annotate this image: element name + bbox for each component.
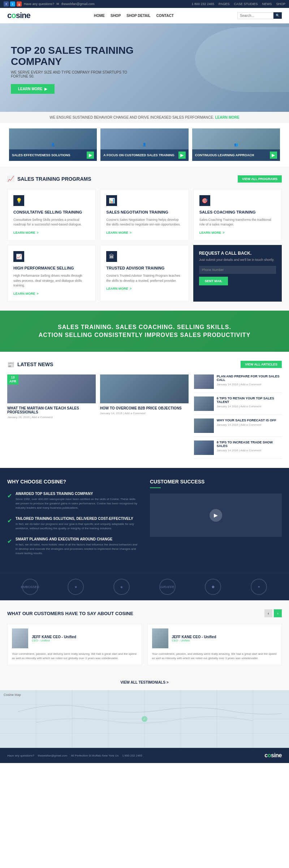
why-section: WHY CHOOSE COSINE? ✔ AWARDED TOP SALES T…: [0, 468, 289, 573]
top-bar: f t g Have any questions? ✉ thewebfan@gm…: [0, 0, 289, 8]
request-title: REQUEST A CALL BACK.: [199, 251, 276, 256]
testimonial-author-0: JEFF KANE CEO - Unified CEO - Unified: [12, 628, 137, 648]
badge-circle-2: ◈: [113, 579, 130, 595]
testimonial-1: JEFF KANE CEO - Unified CEO - Unified Yo…: [147, 624, 282, 665]
author-name-0: JEFF KANE CEO - Unified: [32, 635, 76, 639]
author-info-0: JEFF KANE CEO - Unified CEO - Unified: [32, 635, 76, 642]
sidebar-content-2: WHY YOUR SALES FORECAST IS OFF January 1…: [217, 418, 276, 426]
sidebar-meta-0: January 14 2016 | Add a Comment: [217, 383, 282, 386]
send-mail-button[interactable]: SENT MAIL: [199, 277, 228, 285]
learn-more-2[interactable]: LEARN MORE >: [199, 231, 276, 234]
avatar-0: [12, 628, 28, 648]
why-item-content-1: TAILORED TRAINING SOLUTIONS, DELIVERED C…: [16, 517, 139, 531]
why-left: WHY CHOOSE COSINE? ✔ AWARDED TOP SALES T…: [7, 479, 139, 562]
nav-shop[interactable]: SHOP: [111, 14, 121, 18]
green-banner-text: SALES TRAINING. SALES COACHING. SELLING …: [7, 323, 282, 339]
logo[interactable]: cosine: [7, 11, 30, 20]
facebook-icon[interactable]: f: [4, 1, 9, 6]
testimonial-nav-arrows: ‹ ›: [264, 609, 282, 617]
pages-link[interactable]: PAGES: [219, 2, 229, 6]
sidebar-meta-2: January 14 2016 | Add a Comment: [217, 423, 276, 426]
testimonials-section: WHAT OUR CUSTOMERS HAVE TO SAY ABOUT COS…: [0, 600, 289, 674]
nav-shop-detail[interactable]: SHOP DETAIL: [126, 14, 150, 18]
twitter-icon[interactable]: t: [10, 1, 15, 6]
topbar-question: Have any questions?: [24, 2, 54, 6]
why-item-2: ✔ SMART PLANNING AND EXECUTION AROUND CH…: [7, 537, 139, 556]
nav-home[interactable]: HOME: [94, 14, 105, 18]
nav-contact[interactable]: CONTACT: [156, 14, 174, 18]
hero-section: TOP 20 SALES TRAINING COMPANY WE SERVE E…: [0, 23, 289, 112]
testimonial-text-1: Your commitment, passion, and delivery w…: [152, 652, 277, 661]
sidebar-title-1: 6 TIPS TO RETAIN YOUR TOP SALES TALENT: [217, 396, 282, 404]
view-all-programs-button[interactable]: VIEW ALL PROGRAMS: [238, 175, 282, 183]
learn-more-3[interactable]: LEARN MORE >: [13, 292, 90, 295]
program-card-3: 📈 HIGH PERFORMANCE SELLING High Performa…: [7, 245, 96, 302]
author-info-1: JEFF KANE CEO - Unified CEO - Unified: [172, 635, 216, 642]
feature-card-btn-2[interactable]: ▶: [270, 152, 277, 159]
news-main-cards: 13 APR WHAT THE MARTIAN CAN TEACH SALES …: [7, 374, 189, 420]
feature-card-overlay-1: A FOCUS ON CUSTOMIZED SALES TRAINING ▶: [100, 149, 188, 161]
top-bar-right: 1 800 232 2465 PAGES CASE STUDIES NEWS S…: [192, 2, 285, 6]
program-desc-0: Consultative Selling Skills provides a p…: [13, 218, 90, 227]
news-grid: 13 APR WHAT THE MARTIAN CAN TEACH SALES …: [7, 374, 282, 459]
footer-logo[interactable]: cosine: [264, 752, 282, 759]
testimonials-title: WHAT OUR CUSTOMERS HAVE TO SAY ABOUT COS…: [7, 611, 133, 616]
feature-card-0: 👤 SALES EFFECTIVENESS SOLUTIONS ▶: [9, 128, 97, 161]
news-meta-0: January 26, 2016 | Add a Comment: [7, 416, 96, 419]
view-all-testimonials-link[interactable]: VIEW ALL TESTIMONIALS >: [120, 680, 168, 684]
footer-link-3[interactable]: 1 800 232 2465: [122, 754, 142, 757]
hero-learn-more-button[interactable]: LEARN MORE ▶: [11, 84, 55, 94]
badge-1: ★: [68, 579, 84, 595]
shop-link[interactable]: SHOP: [276, 2, 285, 6]
sidebar-article-1: 6 TIPS TO RETAIN YOUR TOP SALES TALENT J…: [194, 396, 282, 415]
phone-input[interactable]: [199, 266, 276, 274]
program-icon-1: 📊: [106, 195, 117, 206]
tagline-link[interactable]: LEARN MORE: [215, 115, 239, 119]
googleplus-icon[interactable]: g: [17, 1, 22, 6]
sidebar-meta-3: January 14 2016 | Add a Comment: [217, 449, 282, 452]
sidebar-img-2: [194, 418, 214, 433]
feature-card-title-1: A FOCUS ON CUSTOMIZED SALES TRAINING: [103, 153, 174, 157]
topbar-email[interactable]: thewebfan@gmail.com: [61, 2, 95, 6]
footer-link-2[interactable]: 46 Perfection St Buffalo New York Us: [71, 754, 118, 757]
program-icon-3: 📈: [13, 251, 24, 262]
footer-link-1[interactable]: thewebfan@gmail.com: [38, 754, 68, 757]
author-name-1: JEFF KANE CEO - Unified: [172, 635, 216, 639]
news-icon: 📰: [7, 361, 14, 368]
check-icon-0: ✔: [7, 492, 12, 510]
why-title: WHY CHOOSE COSINE?: [7, 479, 139, 485]
feature-card-btn-0[interactable]: ▶: [87, 152, 94, 159]
sidebar-img-1: [194, 396, 214, 411]
check-icon-2: ✔: [7, 538, 12, 556]
learn-more-4[interactable]: LEARN MORE >: [106, 287, 182, 290]
testimonials-header: WHAT OUR CUSTOMERS HAVE TO SAY ABOUT COS…: [7, 609, 282, 617]
search-input[interactable]: [237, 12, 273, 19]
sidebar-article-0: PLAN AND PREPARE FOR YOUR SALES CALL Jan…: [194, 374, 282, 393]
search-button[interactable]: 🔍: [273, 12, 282, 19]
author-title-0: CEO - Unified: [32, 639, 76, 642]
nav-search[interactable]: 🔍: [237, 12, 282, 19]
badges-row: EMBOSSED ★ ◈ GIRAFFE ⬟ ✦: [0, 573, 289, 600]
program-card-0: 💡 CONSULTATIVE SELLING TRAINING Consulta…: [7, 189, 96, 241]
play-button[interactable]: ▶: [210, 509, 222, 522]
news-link[interactable]: NEWS: [262, 2, 272, 6]
sidebar-title-0: PLAN AND PREPARE FOR YOUR SALES CALL: [217, 374, 282, 382]
program-title-1: SALES NEGOTIATION TRAINING: [106, 210, 182, 215]
footer-link-0[interactable]: Have any questions?: [7, 754, 34, 757]
video-box[interactable]: ▶: [150, 494, 282, 537]
view-all-testimonials: VIEW ALL TESTIMONIALS >: [0, 674, 289, 690]
learn-more-0[interactable]: LEARN MORE >: [13, 231, 90, 234]
request-desc: Just submit your details and we'll be in…: [199, 258, 276, 262]
programs-header: 📈 SALES TRAINING PROGRAMS VIEW ALL PROGR…: [7, 175, 282, 183]
program-icon-4: 🏛: [106, 251, 117, 262]
program-desc-1: Cosine's Sales Negotiation Training help…: [106, 218, 182, 227]
feature-card-btn-1[interactable]: ▶: [178, 152, 186, 159]
testimonial-prev-button[interactable]: ‹: [264, 609, 272, 617]
testimonial-0: JEFF KANE CEO - Unified CEO - Unified Yo…: [7, 624, 142, 665]
sidebar-meta-1: January 14 2016 | Add a Comment: [217, 405, 282, 408]
view-all-articles-button[interactable]: VIEW ALL ARTICLES: [241, 361, 282, 368]
sidebar-article-2: WHY YOUR SALES FORECAST IS OFF January 1…: [194, 418, 282, 437]
case-studies-link[interactable]: CASE STUDIES: [234, 2, 258, 6]
testimonial-next-button[interactable]: ›: [274, 609, 282, 617]
learn-more-1[interactable]: LEARN MORE >: [106, 231, 182, 234]
